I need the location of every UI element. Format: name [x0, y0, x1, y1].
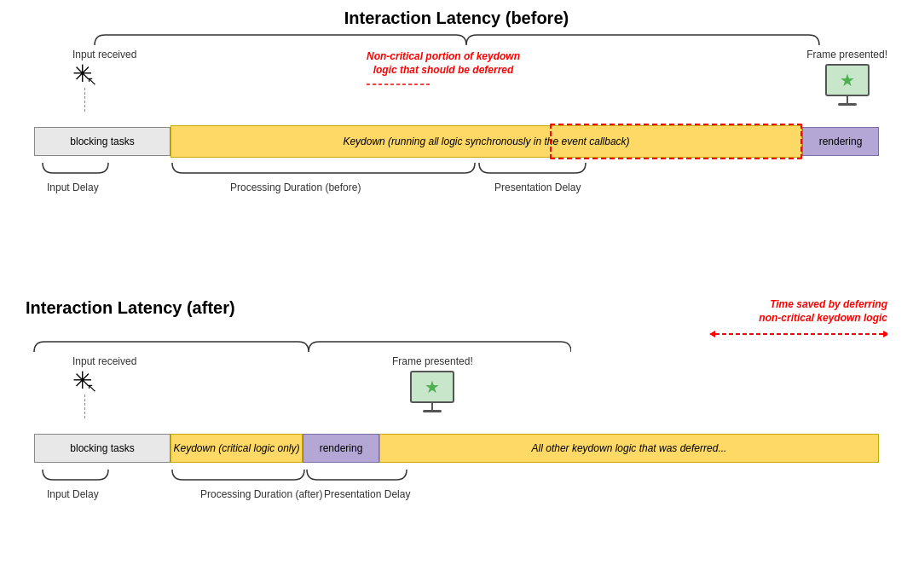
- top-timeline: blocking tasks Keydown (running all logi…: [34, 125, 879, 158]
- bottom-cursor-icon: ↖: [87, 381, 97, 395]
- top-blocking-bar: blocking tasks: [34, 127, 170, 156]
- top-keydown-bar: Keydown (running all logic synchronously…: [170, 125, 802, 158]
- bottom-top-brace-area: [26, 340, 887, 355]
- star-icon: ★: [840, 72, 855, 89]
- bottom-header-row: Interaction Latency (after) Time saved b…: [26, 298, 887, 340]
- top-presentation-label: Presentation Delay: [494, 182, 581, 193]
- bottom-rendering-bar: rendering: [303, 434, 379, 463]
- top-brace-area: [26, 33, 887, 49]
- bottom-title: Interaction Latency (after): [26, 298, 700, 318]
- bottom-presentation-label: Presentation Delay: [324, 488, 410, 500]
- top-brace-svg: [86, 33, 828, 49]
- bottom-burst-area: ✳ ↖: [72, 369, 92, 393]
- section-top: Interaction Latency (before) Input recei…: [26, 9, 887, 195]
- svg-marker-3: [883, 331, 887, 337]
- bottom-monitor-base: [423, 410, 442, 412]
- bottom-keydown-bar: Keydown (critical logic only): [170, 434, 303, 463]
- time-saved-area: Time saved by deferring non-critical key…: [700, 298, 887, 340]
- section-bottom: Interaction Latency (after) Time saved b…: [26, 298, 887, 502]
- time-saved-arrow: [700, 328, 887, 340]
- top-input-label: Input received ✳ ↖: [72, 49, 136, 112]
- bottom-input-delay-label: Input Delay: [47, 488, 99, 500]
- bottom-frame-label: Frame presented! ★: [392, 355, 473, 412]
- time-saved-arrow-svg: [708, 328, 887, 340]
- diagram-container: Interaction Latency (before) Input recei…: [0, 0, 913, 588]
- bottom-top-brace-svg: [26, 340, 571, 355]
- bottom-monitor: ★: [392, 371, 473, 412]
- bottom-title-wrapper: Interaction Latency (after): [26, 298, 700, 323]
- top-frame-label: Frame presented! ★: [806, 49, 887, 106]
- bottom-blocking-bar: blocking tasks: [34, 434, 170, 463]
- bottom-monitor-screen: ★: [410, 371, 454, 403]
- svg-marker-4: [709, 331, 715, 337]
- bottom-processing-label: Processing Duration (after): [200, 488, 322, 500]
- monitor-screen: ★: [825, 64, 870, 96]
- top-labels-row: Input received ✳ ↖ Non-critical portion …: [26, 49, 887, 125]
- monitor-stand: [847, 96, 848, 103]
- monitor-base: [838, 103, 857, 106]
- bottom-timeline: blocking tasks Keydown (critical logic o…: [34, 432, 879, 464]
- bottom-labels-row: Input received ✳ ↖ Frame presented! ★: [26, 355, 887, 432]
- top-rendering-bar: rendering: [802, 127, 879, 156]
- top-processing-label: Processing Duration (before): [230, 182, 361, 193]
- top-monitor: ★: [806, 64, 887, 106]
- red-arrow-svg: [367, 78, 435, 90]
- bottom-input-label: Input received ✳ ↖: [72, 355, 136, 418]
- top-sublabels: Input Delay Processing Duration (before)…: [34, 182, 879, 195]
- bottom-brace-under: [34, 464, 879, 488]
- top-input-delay-label: Input Delay: [47, 182, 99, 193]
- bottom-star-icon: ★: [425, 378, 440, 395]
- top-red-note: Non-critical portion of keydown logic th…: [358, 50, 529, 95]
- burst-area: ✳ ↖: [72, 62, 92, 86]
- bottom-deferred-bar: All other keydown logic that was deferre…: [379, 434, 879, 463]
- top-under-brace-svg: [34, 158, 879, 182]
- cursor-icon: ↖: [87, 74, 97, 88]
- time-saved-label: Time saved by deferring non-critical key…: [700, 298, 887, 325]
- top-title: Interaction Latency (before): [26, 9, 887, 28]
- bottom-monitor-stand: [431, 403, 433, 410]
- top-brace-under: [34, 158, 879, 182]
- bottom-sublabels: Input Delay Processing Duration (after) …: [34, 488, 879, 502]
- bottom-under-brace-svg: [34, 464, 879, 488]
